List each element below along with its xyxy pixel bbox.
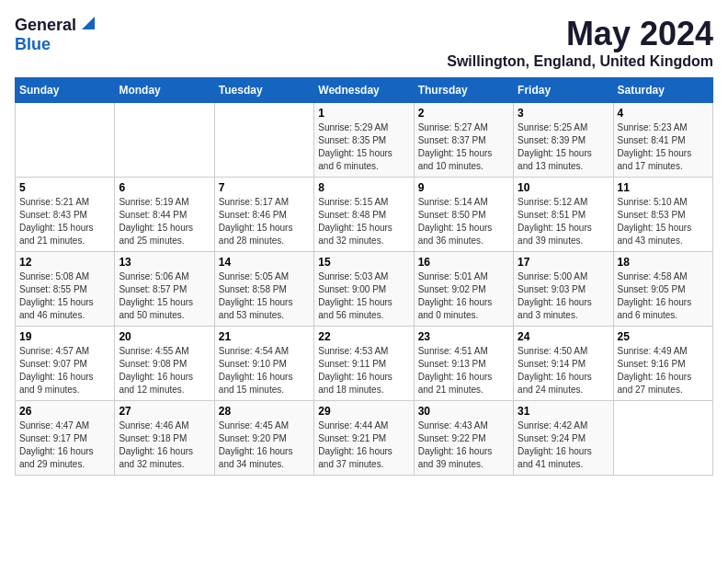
day-info: Sunrise: 5:05 AM Sunset: 8:58 PM Dayligh… [219, 270, 310, 322]
calendar-body: 1Sunrise: 5:29 AM Sunset: 8:35 PM Daylig… [16, 103, 713, 476]
calendar-week-row: 1Sunrise: 5:29 AM Sunset: 8:35 PM Daylig… [16, 103, 713, 178]
calendar-week-row: 19Sunrise: 4:57 AM Sunset: 9:07 PM Dayli… [16, 327, 713, 401]
calendar-cell [115, 103, 214, 178]
calendar-cell: 17Sunrise: 5:00 AM Sunset: 9:03 PM Dayli… [514, 252, 613, 327]
day-info: Sunrise: 4:44 AM Sunset: 9:21 PM Dayligh… [318, 419, 409, 471]
calendar-table: SundayMondayTuesdayWednesdayThursdayFrid… [15, 77, 713, 476]
calendar-cell: 14Sunrise: 5:05 AM Sunset: 8:58 PM Dayli… [214, 252, 313, 327]
calendar-cell: 24Sunrise: 4:50 AM Sunset: 9:14 PM Dayli… [514, 327, 613, 401]
day-info: Sunrise: 5:06 AM Sunset: 8:57 PM Dayligh… [119, 270, 210, 322]
day-of-week-header: Tuesday [214, 78, 313, 103]
day-info: Sunrise: 4:58 AM Sunset: 9:05 PM Dayligh… [618, 270, 709, 322]
day-info: Sunrise: 5:01 AM Sunset: 9:02 PM Dayligh… [418, 270, 509, 322]
day-number: 23 [418, 330, 509, 343]
day-number: 25 [618, 330, 709, 343]
day-info: Sunrise: 4:55 AM Sunset: 9:08 PM Dayligh… [119, 345, 210, 396]
calendar-cell: 11Sunrise: 5:10 AM Sunset: 8:53 PM Dayli… [613, 178, 712, 252]
day-number: 27 [119, 405, 210, 418]
day-number: 5 [19, 181, 110, 194]
day-number: 12 [19, 256, 110, 269]
day-info: Sunrise: 5:15 AM Sunset: 8:48 PM Dayligh… [318, 196, 409, 247]
day-number: 18 [618, 256, 709, 269]
calendar-cell: 12Sunrise: 5:08 AM Sunset: 8:55 PM Dayli… [16, 252, 115, 327]
day-number: 3 [518, 107, 609, 120]
day-number: 29 [318, 405, 409, 418]
calendar-cell: 20Sunrise: 4:55 AM Sunset: 9:08 PM Dayli… [115, 327, 214, 401]
day-number: 20 [119, 330, 210, 343]
day-number: 9 [418, 181, 509, 194]
day-info: Sunrise: 5:29 AM Sunset: 8:35 PM Dayligh… [318, 121, 409, 173]
day-info: Sunrise: 5:12 AM Sunset: 8:51 PM Dayligh… [518, 196, 609, 247]
day-info: Sunrise: 4:43 AM Sunset: 9:22 PM Dayligh… [418, 419, 509, 471]
calendar-cell: 25Sunrise: 4:49 AM Sunset: 9:16 PM Dayli… [613, 327, 712, 401]
day-info: Sunrise: 5:19 AM Sunset: 8:44 PM Dayligh… [119, 196, 210, 247]
day-number: 4 [618, 107, 709, 120]
location-title: Swillington, England, United Kingdom [447, 53, 713, 70]
calendar-cell: 22Sunrise: 4:53 AM Sunset: 9:11 PM Dayli… [314, 327, 414, 401]
day-number: 10 [518, 181, 609, 194]
day-number: 7 [219, 181, 310, 194]
calendar-cell: 3Sunrise: 5:25 AM Sunset: 8:39 PM Daylig… [514, 103, 613, 178]
day-info: Sunrise: 5:25 AM Sunset: 8:39 PM Dayligh… [518, 121, 609, 173]
calendar-cell: 15Sunrise: 5:03 AM Sunset: 9:00 PM Dayli… [314, 252, 414, 327]
calendar-week-row: 5Sunrise: 5:21 AM Sunset: 8:43 PM Daylig… [16, 178, 713, 252]
day-of-week-header: Thursday [414, 78, 513, 103]
day-number: 30 [418, 405, 509, 418]
day-number: 17 [518, 256, 609, 269]
day-number: 24 [518, 330, 609, 343]
day-of-week-header: Friday [514, 78, 613, 103]
calendar-cell: 13Sunrise: 5:06 AM Sunset: 8:57 PM Dayli… [115, 252, 214, 327]
calendar-cell: 10Sunrise: 5:12 AM Sunset: 8:51 PM Dayli… [514, 178, 613, 252]
logo: General Blue [15, 15, 95, 54]
calendar-cell [16, 103, 115, 178]
calendar-week-row: 26Sunrise: 4:47 AM Sunset: 9:17 PM Dayli… [16, 401, 713, 476]
header: General Blue May 2024 Swillington, Engla… [15, 15, 713, 70]
day-number: 6 [119, 181, 210, 194]
month-title: May 2024 [447, 15, 713, 53]
calendar-cell: 29Sunrise: 4:44 AM Sunset: 9:21 PM Dayli… [314, 401, 414, 476]
day-number: 31 [518, 405, 609, 418]
day-info: Sunrise: 4:47 AM Sunset: 9:17 PM Dayligh… [19, 419, 110, 471]
day-number: 19 [19, 330, 110, 343]
day-number: 26 [19, 405, 110, 418]
day-number: 13 [119, 256, 210, 269]
calendar-cell: 7Sunrise: 5:17 AM Sunset: 8:46 PM Daylig… [214, 178, 313, 252]
calendar-cell: 27Sunrise: 4:46 AM Sunset: 9:18 PM Dayli… [115, 401, 214, 476]
day-info: Sunrise: 4:50 AM Sunset: 9:14 PM Dayligh… [518, 345, 609, 396]
logo-general-text: General [15, 16, 76, 35]
calendar-cell: 8Sunrise: 5:15 AM Sunset: 8:48 PM Daylig… [314, 178, 414, 252]
day-of-week-header: Monday [115, 78, 214, 103]
calendar-cell: 9Sunrise: 5:14 AM Sunset: 8:50 PM Daylig… [414, 178, 513, 252]
day-of-week-header: Saturday [613, 78, 712, 103]
logo-blue-text: Blue [15, 35, 51, 54]
day-info: Sunrise: 5:08 AM Sunset: 8:55 PM Dayligh… [19, 270, 110, 322]
logo-triangle-icon [78, 15, 95, 31]
day-info: Sunrise: 5:00 AM Sunset: 9:03 PM Dayligh… [518, 270, 609, 322]
calendar-cell [613, 401, 712, 476]
day-number: 11 [618, 181, 709, 194]
calendar-header: SundayMondayTuesdayWednesdayThursdayFrid… [16, 78, 713, 103]
day-info: Sunrise: 4:46 AM Sunset: 9:18 PM Dayligh… [119, 419, 210, 471]
day-info: Sunrise: 4:42 AM Sunset: 9:24 PM Dayligh… [518, 419, 609, 471]
day-number: 14 [219, 256, 310, 269]
calendar-cell [214, 103, 313, 178]
day-number: 8 [318, 181, 409, 194]
day-number: 22 [318, 330, 409, 343]
calendar-cell: 4Sunrise: 5:23 AM Sunset: 8:41 PM Daylig… [613, 103, 712, 178]
day-info: Sunrise: 4:45 AM Sunset: 9:20 PM Dayligh… [219, 419, 310, 471]
day-info: Sunrise: 5:03 AM Sunset: 9:00 PM Dayligh… [318, 270, 409, 322]
day-number: 15 [318, 256, 409, 269]
header-row: SundayMondayTuesdayWednesdayThursdayFrid… [16, 78, 713, 103]
calendar-cell: 18Sunrise: 4:58 AM Sunset: 9:05 PM Dayli… [613, 252, 712, 327]
title-area: May 2024 Swillington, England, United Ki… [447, 15, 713, 70]
calendar-cell: 2Sunrise: 5:27 AM Sunset: 8:37 PM Daylig… [414, 103, 513, 178]
calendar-cell: 30Sunrise: 4:43 AM Sunset: 9:22 PM Dayli… [414, 401, 513, 476]
day-of-week-header: Wednesday [314, 78, 414, 103]
calendar-cell: 28Sunrise: 4:45 AM Sunset: 9:20 PM Dayli… [214, 401, 313, 476]
day-info: Sunrise: 4:49 AM Sunset: 9:16 PM Dayligh… [618, 345, 709, 396]
day-info: Sunrise: 5:17 AM Sunset: 8:46 PM Dayligh… [219, 196, 310, 247]
calendar-cell: 26Sunrise: 4:47 AM Sunset: 9:17 PM Dayli… [16, 401, 115, 476]
day-info: Sunrise: 5:27 AM Sunset: 8:37 PM Dayligh… [418, 121, 509, 173]
day-info: Sunrise: 5:21 AM Sunset: 8:43 PM Dayligh… [19, 196, 110, 247]
day-number: 28 [219, 405, 310, 418]
